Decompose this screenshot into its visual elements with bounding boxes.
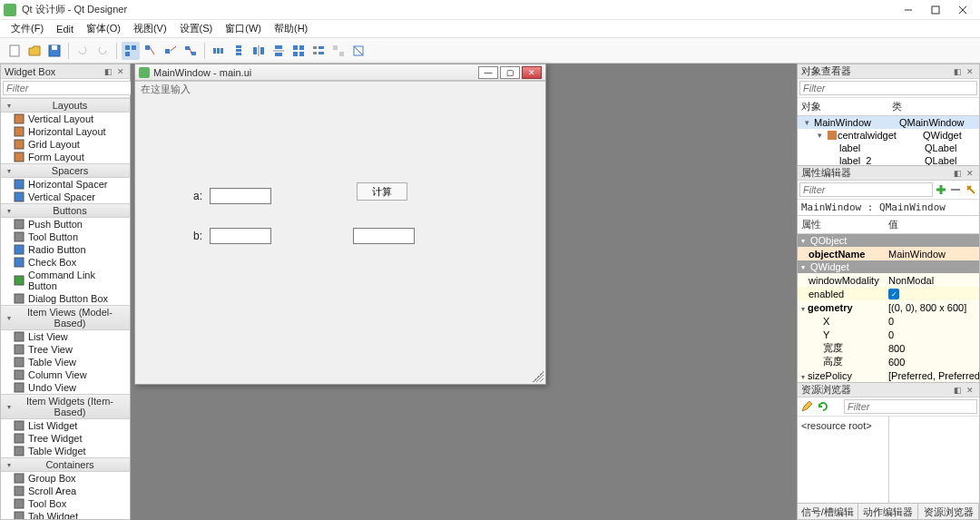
layout-hsplit-icon[interactable] <box>250 42 268 60</box>
property-row[interactable]: Y0 <box>798 328 979 341</box>
widget-category-header[interactable]: ▾Containers <box>1 457 130 472</box>
widget-box-item[interactable]: Vertical Layout <box>1 113 130 125</box>
widget-box-item[interactable]: List Widget <box>1 419 130 432</box>
property-section-header[interactable]: ▾QWidget <box>798 260 979 273</box>
designer-window[interactable]: MainWindow - main.ui — ▢ ✕ 在这里输入 a: b: 计… <box>134 64 546 385</box>
object-inspector-row[interactable]: label_2QLabel <box>798 154 979 165</box>
widget-category-header[interactable]: ▾Item Widgets (Item-Based) <box>1 394 130 419</box>
dock-float-icon[interactable]: ◧ <box>952 168 963 179</box>
tab-signal-slot[interactable]: 信号/槽编辑器 <box>798 504 858 519</box>
edit-signals-icon[interactable] <box>142 42 160 60</box>
remove-property-icon[interactable] <box>949 182 962 197</box>
checkbox-icon[interactable]: ✓ <box>888 289 899 299</box>
layout-form-icon[interactable] <box>309 42 328 60</box>
property-row[interactable]: ▾ geometry[(0, 0), 800 x 600] <box>798 300 979 314</box>
dock-float-icon[interactable]: ◧ <box>952 385 963 396</box>
property-editor-filter[interactable] <box>799 182 933 197</box>
redo-icon[interactable] <box>93 42 112 60</box>
dw-minimize-icon[interactable]: — <box>478 66 498 79</box>
menu-edit[interactable]: Edit <box>51 22 79 36</box>
layout-grid-icon[interactable] <box>289 42 308 60</box>
widget-box-item[interactable]: Tree View <box>1 343 130 356</box>
property-row[interactable]: windowModalityNonModal <box>798 273 979 287</box>
property-section-header[interactable]: ▾QObject <box>798 234 979 247</box>
object-inspector-row[interactable]: ▾centralwidgetQWidget <box>798 129 979 142</box>
property-row[interactable]: 高度600 <box>798 355 979 368</box>
widget-box-item[interactable]: Tool Button <box>1 231 130 243</box>
object-inspector-row[interactable]: ▾MainWindowQMainWindow <box>798 116 979 129</box>
widget-box-filter[interactable] <box>3 81 136 95</box>
adjust-size-icon[interactable] <box>349 42 368 60</box>
property-row[interactable]: 宽度800 <box>798 341 979 355</box>
widget-box-item[interactable]: Tool Box <box>1 497 130 510</box>
add-property-icon[interactable] <box>935 182 947 197</box>
widget-box-item[interactable]: Form Layout <box>1 151 130 163</box>
layout-vsplit-icon[interactable] <box>270 42 288 60</box>
undo-icon[interactable] <box>74 42 92 60</box>
widget-box-item[interactable]: Table View <box>1 356 130 368</box>
design-canvas[interactable]: MainWindow - main.ui — ▢ ✕ 在这里输入 a: b: 计… <box>131 64 797 520</box>
widget-box-item[interactable]: Tab Widget <box>1 510 130 519</box>
widget-box-item[interactable]: Grid Layout <box>1 138 130 151</box>
resource-tree[interactable]: <resource root> <box>798 417 889 503</box>
layout-h-icon[interactable] <box>210 42 228 60</box>
edit-resources-icon[interactable] <box>799 399 814 414</box>
widget-box-list[interactable]: ▾LayoutsVertical LayoutHorizontal Layout… <box>1 98 130 519</box>
property-row[interactable]: enabled✓ <box>798 287 979 300</box>
designer-menubar-hint[interactable]: 在这里输入 <box>135 81 545 97</box>
reload-resources-icon[interactable] <box>816 399 830 414</box>
widget-category-header[interactable]: ▾Layouts <box>1 98 130 113</box>
edit-widgets-icon[interactable] <box>122 42 140 60</box>
object-inspector-row[interactable]: labelQLabel <box>798 142 979 154</box>
menu-file[interactable]: 文件(F) <box>5 20 49 37</box>
property-row[interactable]: ▾ sizePolicy[Preferred, Preferred, 0,... <box>798 368 979 382</box>
property-editor-table[interactable]: ▾QObjectobjectNameMainWindow▾QWidgetwind… <box>798 234 979 382</box>
layout-v-icon[interactable] <box>230 42 248 60</box>
widget-box-item[interactable]: Scroll Area <box>1 485 130 497</box>
widget-category-header[interactable]: ▾Buttons <box>1 203 130 218</box>
widget-category-header[interactable]: ▾Item Views (Model-Based) <box>1 305 130 330</box>
widget-box-item[interactable]: Push Button <box>1 218 130 231</box>
property-row[interactable]: X0 <box>798 314 979 328</box>
resource-browser-filter[interactable] <box>844 399 977 414</box>
edit-tab-order-icon[interactable] <box>181 42 200 60</box>
config-icon[interactable] <box>965 182 977 197</box>
open-icon[interactable] <box>25 42 44 60</box>
menu-form[interactable]: 窗体(O) <box>81 20 126 37</box>
save-icon[interactable] <box>45 42 64 60</box>
widget-box-item[interactable]: Group Box <box>1 472 130 485</box>
lineedit-b[interactable] <box>210 228 271 244</box>
lineedit-a[interactable] <box>210 188 271 204</box>
break-layout-icon[interactable] <box>329 42 348 60</box>
dock-float-icon[interactable]: ◧ <box>952 66 963 77</box>
object-inspector-filter[interactable] <box>799 81 977 95</box>
menu-settings[interactable]: 设置(S) <box>174 20 219 37</box>
resize-grip-icon[interactable] <box>533 371 544 382</box>
dock-close-icon[interactable]: ✕ <box>965 385 975 396</box>
widget-box-item[interactable]: Table Widget <box>1 445 130 457</box>
menu-help[interactable]: 帮助(H) <box>269 20 313 37</box>
minimize-button[interactable] <box>895 2 922 18</box>
dock-close-icon[interactable]: ✕ <box>115 66 126 77</box>
dw-close-icon[interactable]: ✕ <box>522 66 542 79</box>
designer-form-body[interactable]: a: b: 计算 <box>135 97 545 384</box>
widget-box-item[interactable]: Tree Widget <box>1 432 130 445</box>
designer-window-titlebar[interactable]: MainWindow - main.ui — ▢ ✕ <box>135 64 545 81</box>
widget-category-header[interactable]: ▾Spacers <box>1 163 130 178</box>
widget-box-item[interactable]: Undo View <box>1 381 130 394</box>
dock-close-icon[interactable]: ✕ <box>965 66 975 77</box>
pushbutton-calc[interactable]: 计算 <box>357 182 407 201</box>
lineedit-result[interactable] <box>353 228 415 244</box>
dock-float-icon[interactable]: ◧ <box>103 66 113 77</box>
widget-box-item[interactable]: Radio Button <box>1 243 130 256</box>
widget-box-item[interactable]: List View <box>1 330 130 343</box>
widget-box-item[interactable]: Check Box <box>1 256 130 269</box>
object-inspector-tree[interactable]: ▾MainWindowQMainWindow▾centralwidgetQWid… <box>798 116 979 165</box>
close-button[interactable] <box>949 2 976 18</box>
tab-action[interactable]: 动作编辑器 <box>858 504 919 519</box>
dock-close-icon[interactable]: ✕ <box>965 168 975 179</box>
new-icon[interactable] <box>5 42 24 60</box>
menu-view[interactable]: 视图(V) <box>128 20 172 37</box>
label-b[interactable]: b: <box>193 230 202 242</box>
maximize-button[interactable] <box>922 2 949 18</box>
